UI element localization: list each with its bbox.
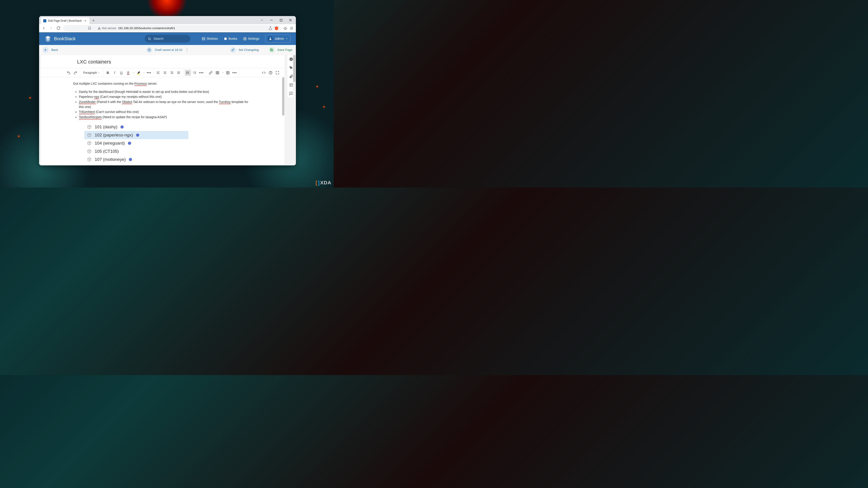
container-row: 109 (ansible) (84, 164, 188, 165)
nav-books[interactable]: Books (224, 37, 237, 40)
bullet-list-button[interactable] (185, 70, 191, 76)
source-code-button[interactable] (260, 70, 267, 76)
changelog-icon-button[interactable] (230, 47, 236, 53)
page-scrollbar[interactable] (293, 55, 296, 165)
reload-button[interactable] (56, 26, 61, 31)
italic-button[interactable]: I (112, 70, 118, 76)
save-icon-button[interactable] (269, 47, 275, 53)
align-justify-button[interactable] (176, 70, 182, 76)
list-item: TriliumNext (Can't survive without this … (79, 109, 248, 115)
close-tab-icon[interactable]: × (84, 19, 87, 23)
app-header: BookStack Search Shelves Books Settings (39, 32, 296, 45)
ordered-list-button[interactable]: 123 (191, 70, 198, 76)
text-color-menu[interactable] (132, 70, 135, 76)
fullscreen-button[interactable] (274, 70, 281, 76)
book-icon (224, 37, 227, 40)
search-icon (148, 37, 151, 40)
back-button-icon[interactable] (43, 47, 49, 53)
clock-icon (148, 48, 151, 52)
window-maximize-button[interactable] (276, 17, 285, 23)
more-formatting-button[interactable]: ••• (146, 70, 152, 76)
svg-marker-10 (45, 39, 51, 42)
window-minimize-button[interactable] (267, 17, 276, 23)
align-right-button[interactable] (168, 70, 175, 76)
bold-button[interactable]: B (105, 70, 111, 76)
align-center-button[interactable] (162, 70, 168, 76)
nav-back-button[interactable] (41, 26, 46, 31)
changelog-link[interactable]: Set Changelog (239, 48, 259, 52)
bookmark-icon[interactable] (88, 26, 91, 30)
extensions-icon[interactable] (283, 26, 287, 30)
svg-point-36 (186, 73, 187, 74)
draft-status-text: Draft saved at 18:10 (155, 48, 182, 52)
svg-point-56 (290, 67, 290, 67)
menu-icon[interactable] (289, 26, 293, 30)
not-secure-indicator[interactable]: Not secure (98, 26, 116, 30)
svg-text:3: 3 (193, 73, 194, 74)
container-row: 107 (motioneye) (84, 156, 188, 164)
address-bar-row: Not secure 192.168.29.165/books/lxc-cont… (39, 24, 296, 32)
table-menu[interactable] (221, 70, 224, 76)
svg-point-53 (271, 73, 271, 74)
window-close-button[interactable] (286, 17, 295, 23)
shelves-icon (202, 37, 205, 40)
editor-toolbar: Paragraph B I U A ••• (41, 68, 285, 77)
intro-paragraph: Got multiple LXC containers running on t… (73, 81, 248, 86)
svg-marker-18 (286, 38, 287, 39)
new-tab-button[interactable]: + (90, 18, 97, 24)
address-bar[interactable]: Not secure 192.168.29.165/books/lxc-cont… (63, 25, 281, 31)
user-menu[interactable]: Admin (265, 35, 290, 43)
browser-tab[interactable]: Edit Page Draft | BookStack × (41, 18, 90, 24)
search-placeholder: Search (153, 37, 163, 40)
brave-shields-icon[interactable] (275, 26, 278, 30)
svg-rect-13 (202, 37, 205, 40)
share-icon[interactable] (269, 26, 272, 30)
list-item: Dashy for the dashboard (though Heimdall… (79, 90, 248, 94)
block-format-select[interactable]: Paragraph (81, 70, 102, 76)
url-text: 192.168.29.165/books/lxc-containers/draf… (118, 26, 175, 30)
svg-rect-57 (290, 84, 292, 86)
page-title-input[interactable]: LXC containers (41, 55, 285, 68)
container-row: 104 (wireguard) (84, 139, 188, 147)
image-button[interactable] (225, 70, 231, 76)
draft-menu-icon[interactable]: ⋮ (185, 48, 189, 52)
caret-down-icon (286, 37, 288, 40)
more-insert-button[interactable]: ••• (231, 70, 238, 76)
text-color-button[interactable]: A (125, 70, 131, 76)
link-button[interactable] (208, 70, 214, 76)
editor-scrollbar[interactable] (282, 77, 285, 165)
highlight-menu[interactable] (142, 70, 145, 76)
draft-status-icon[interactable] (146, 47, 152, 53)
editor-body[interactable]: Got multiple LXC containers running on t… (41, 77, 285, 165)
nav-forward-button[interactable] (49, 26, 54, 31)
nav-settings[interactable]: Settings (243, 37, 259, 40)
tab-title: Edit Page Draft | BookStack (48, 19, 82, 22)
save-icon (270, 48, 273, 51)
security-label: Not secure (102, 26, 116, 30)
more-lists-button[interactable]: ••• (198, 70, 205, 76)
redo-button[interactable] (72, 70, 79, 76)
editor-card: LXC containers Paragraph B I U (41, 55, 285, 165)
svg-rect-1 (280, 19, 282, 21)
list-item: ZoneMinder (Paired it with the Obsbot Ta… (79, 100, 248, 109)
table-button[interactable] (214, 70, 221, 76)
svg-point-17 (270, 37, 271, 39)
search-input[interactable]: Search (145, 35, 190, 42)
content-area: LXC containers Paragraph B I U (39, 55, 296, 165)
svg-point-34 (186, 72, 187, 72)
help-button[interactable] (268, 70, 274, 76)
underline-button[interactable]: U (118, 70, 125, 76)
undo-button[interactable] (65, 70, 72, 76)
highlight-button[interactable] (135, 70, 142, 76)
bookstack-logo-icon (44, 35, 51, 42)
svg-rect-21 (137, 74, 140, 74)
app-logo[interactable]: BookStack (44, 35, 76, 42)
nav-shelves[interactable]: Shelves (202, 37, 218, 40)
chevron-down-icon[interactable] (257, 17, 267, 23)
app-name: BookStack (54, 36, 76, 41)
save-page-link[interactable]: Save Page (277, 48, 292, 52)
container-row: 105 (CT105) (84, 147, 188, 156)
align-left-button[interactable] (155, 70, 161, 76)
back-link[interactable]: Back (51, 48, 58, 52)
tab-strip: Edit Page Draft | BookStack × + (39, 16, 296, 24)
